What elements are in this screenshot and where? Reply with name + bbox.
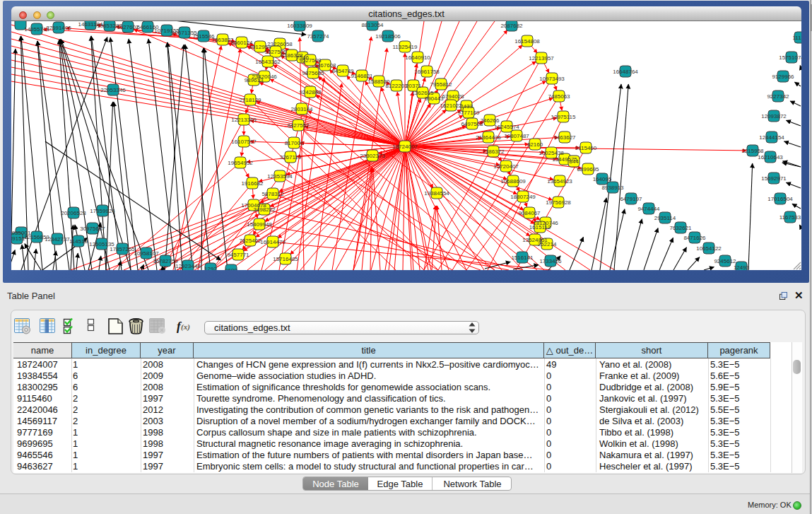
svg-text:(x): (x) <box>181 322 190 332</box>
svg-text:1615112: 1615112 <box>529 224 551 230</box>
svg-text:16210643: 16210643 <box>758 154 783 160</box>
svg-text:30975687: 30975687 <box>80 226 105 232</box>
svg-text:9242848: 9242848 <box>299 89 322 95</box>
svg-text:2803144: 2803144 <box>290 106 313 112</box>
svg-text:3433: 3433 <box>460 103 473 110</box>
svg-text:817006: 817006 <box>285 140 304 146</box>
svg-text:18724007: 18724007 <box>392 144 418 150</box>
svg-text:20206528: 20206528 <box>61 210 86 216</box>
svg-text:1516141: 1516141 <box>511 255 534 261</box>
svg-text:23226058: 23226058 <box>267 41 293 47</box>
svg-text:17016504: 17016504 <box>767 196 793 202</box>
svg-text:6899695: 6899695 <box>577 166 599 173</box>
svg-text:17359924: 17359924 <box>90 208 115 214</box>
svg-text:7625402: 7625402 <box>239 238 261 244</box>
svg-text:15720407: 15720407 <box>493 163 519 170</box>
svg-text:12213957: 12213957 <box>529 55 554 62</box>
svg-text:1527602: 1527602 <box>117 24 139 30</box>
svg-text:7955812: 7955812 <box>430 81 452 88</box>
svg-text:10025438: 10025438 <box>539 150 564 156</box>
svg-text:844: 844 <box>569 158 579 165</box>
svg-text:16914479: 16914479 <box>260 239 286 245</box>
svg-text:6479197: 6479197 <box>620 196 642 202</box>
svg-text:19756928: 19756928 <box>546 199 571 206</box>
svg-text:9115460: 9115460 <box>575 145 597 151</box>
svg-text:989613: 989613 <box>245 77 264 83</box>
svg-text:15692971: 15692971 <box>761 175 787 182</box>
svg-text:16640910: 16640910 <box>405 54 430 61</box>
svg-text:10958107: 10958107 <box>134 250 159 257</box>
svg-text:9474444: 9474444 <box>637 206 660 212</box>
svg-text:12342737: 12342737 <box>45 236 70 243</box>
svg-text:10807487: 10807487 <box>504 133 529 139</box>
svg-text:1916682: 1916682 <box>241 180 264 187</box>
svg-text:15716485: 15716485 <box>273 256 298 262</box>
svg-text:12923448: 12923448 <box>175 263 201 269</box>
svg-text:12444154: 12444154 <box>759 134 784 141</box>
svg-text:13654923: 13654923 <box>547 178 572 185</box>
svg-text:11325419: 11325419 <box>393 44 418 50</box>
svg-text:15751074: 15751074 <box>779 54 801 61</box>
svg-text:5878312: 5878312 <box>261 191 284 197</box>
svg-text:3215958: 3215958 <box>741 148 764 154</box>
svg-text:990443: 990443 <box>425 95 444 102</box>
svg-text:2087682: 2087682 <box>500 23 523 29</box>
svg-text:3267110: 3267110 <box>280 154 302 160</box>
svg-text:10654122: 10654122 <box>696 245 722 252</box>
svg-text:11131: 11131 <box>792 35 801 41</box>
svg-text:114519: 114519 <box>69 238 88 245</box>
svg-text:8813054: 8813054 <box>361 22 384 28</box>
svg-text:8427552: 8427552 <box>287 122 310 129</box>
svg-text:16961758: 16961758 <box>414 69 440 75</box>
svg-text:9084067: 9084067 <box>518 210 541 216</box>
svg-text:9463627: 9463627 <box>553 134 576 141</box>
svg-text:746266: 746266 <box>481 117 500 124</box>
svg-text:12093872: 12093872 <box>761 113 787 119</box>
svg-text:2935114: 2935114 <box>654 215 676 221</box>
svg-text:6794028: 6794028 <box>442 93 464 100</box>
svg-text:20371: 20371 <box>406 83 422 89</box>
svg-text:19218506: 19218506 <box>375 33 401 40</box>
svg-text:9227342: 9227342 <box>767 93 789 100</box>
svg-text:18807249: 18807249 <box>510 194 536 200</box>
svg-text:21364436: 21364436 <box>476 134 501 141</box>
svg-text:22053346: 22053346 <box>100 87 126 93</box>
svg-text:12975115: 12975115 <box>551 114 577 120</box>
svg-text:8938913: 8938913 <box>601 185 624 191</box>
svg-text:7485063: 7485063 <box>548 93 570 100</box>
svg-text:19384554: 19384554 <box>424 190 449 197</box>
svg-text:10688609: 10688609 <box>500 178 526 185</box>
svg-text:16154808: 16154808 <box>514 38 540 45</box>
svg-text:6497508: 6497508 <box>461 121 483 127</box>
svg-text:9699: 9699 <box>225 267 237 270</box>
svg-text:9875685: 9875685 <box>302 70 324 76</box>
svg-text:15409948: 15409948 <box>247 221 272 228</box>
svg-text:12213369: 12213369 <box>231 117 257 123</box>
svg-text:7357274: 7357274 <box>307 33 329 40</box>
svg-text:9245612: 9245612 <box>714 258 736 264</box>
svg-text:1167533: 1167533 <box>779 214 801 221</box>
svg-text:10973493: 10973493 <box>539 76 565 82</box>
svg-text:7386372: 7386372 <box>482 148 505 155</box>
svg-text:16107557: 16107557 <box>231 139 257 145</box>
svg-text:16782759: 16782759 <box>153 258 178 264</box>
svg-text:23302373: 23302373 <box>360 153 385 159</box>
svg-text:7632621: 7632621 <box>669 225 692 231</box>
svg-text:2718129: 2718129 <box>239 97 261 103</box>
svg-text:19654952: 19654952 <box>228 160 253 166</box>
svg-text:12353594: 12353594 <box>267 173 293 180</box>
svg-text:27691406: 27691406 <box>46 25 71 31</box>
svg-text:3498222: 3498222 <box>253 206 276 213</box>
svg-text:17857255: 17857255 <box>110 246 135 252</box>
svg-text:9129966: 9129966 <box>772 74 794 80</box>
svg-text:1292: 1292 <box>204 266 217 270</box>
svg-text:8471626: 8471626 <box>683 235 706 241</box>
svg-text:62160: 62160 <box>527 141 543 148</box>
svg-text:164095: 164095 <box>593 176 612 182</box>
svg-text:39151: 39151 <box>11 235 25 242</box>
svg-text:16648764: 16648764 <box>613 69 638 75</box>
svg-text:1621022: 1621022 <box>440 103 462 109</box>
svg-text:252214: 252214 <box>538 241 557 247</box>
svg-text:1733426: 1733426 <box>539 258 562 264</box>
svg-text:12493: 12493 <box>734 264 750 270</box>
